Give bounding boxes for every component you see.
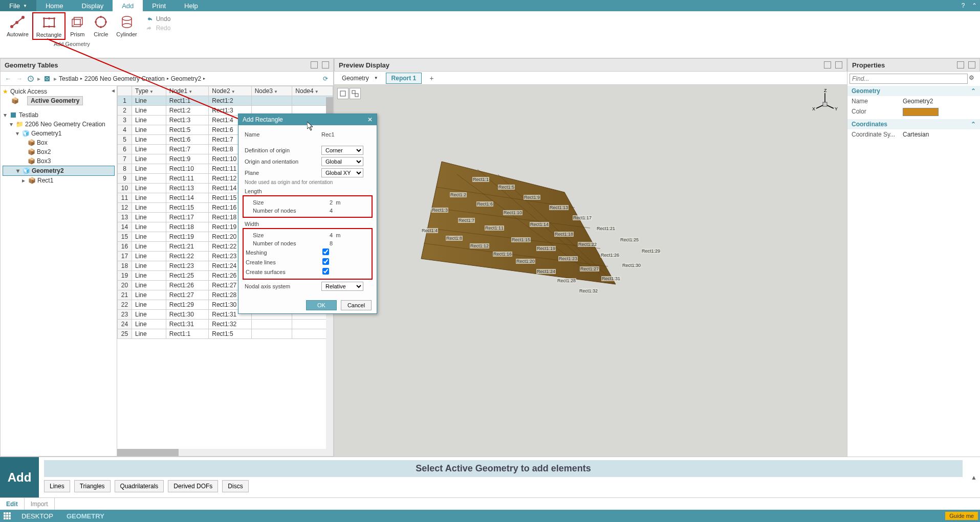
svg-rect-4 — [44, 18, 54, 27]
gear-icon[interactable]: ⚙ — [969, 74, 978, 83]
tree-geometry2[interactable]: ▾🧊Geometry2 — [3, 166, 115, 176]
dialog-titlebar[interactable]: Add Rectangle ✕ — [238, 114, 377, 125]
ribbon-rectangle[interactable]: Rectangle — [32, 12, 66, 40]
tree-box[interactable]: 📦Box — [3, 138, 115, 147]
prop-coordsys-value[interactable]: Cartesian — [903, 131, 976, 138]
plane-select[interactable]: Global XY — [321, 168, 363, 177]
refresh-icon[interactable]: ⟳ — [321, 74, 330, 83]
svg-point-1 — [10, 25, 13, 28]
redo-button[interactable]: Redo — [146, 25, 171, 32]
table-scrollbar-h[interactable] — [117, 449, 326, 456]
crumb-geometry[interactable]: Geometry2▸ — [171, 75, 205, 82]
def-origin-select[interactable]: Corner — [321, 146, 363, 155]
layout-single-icon[interactable] — [835, 61, 842, 69]
guide-me-button[interactable]: Guide me — [945, 512, 978, 520]
nav-back-icon[interactable]: ← — [4, 74, 13, 83]
lines-button[interactable]: Lines — [44, 480, 70, 492]
quick-access[interactable]: Quick Access — [10, 88, 47, 95]
close-icon[interactable]: ✕ — [367, 116, 373, 123]
menu-home[interactable]: Home — [36, 0, 73, 11]
meshing-checkbox[interactable] — [322, 248, 329, 255]
ribbon-prism[interactable]: Prism — [66, 12, 89, 40]
tree-geometry1[interactable]: ▾🧊Geometry1 — [3, 129, 115, 138]
bottom-tab-import[interactable]: Import — [25, 498, 55, 510]
table-row[interactable]: 25LineRect1:1Rect1:5 — [118, 329, 333, 339]
preview-viewport[interactable]: Z Y X Rect1:1Rect1:2Rect1:3Rect1:4Rect1:… — [334, 85, 847, 457]
color-swatch[interactable] — [903, 108, 939, 116]
menu-file[interactable]: File▼ — [0, 0, 36, 11]
menu-add[interactable]: Add — [113, 0, 143, 11]
dialog-note: Node used as origin and for orientation — [245, 179, 371, 185]
undo-button[interactable]: Undo — [146, 15, 171, 22]
tree-box3[interactable]: 📦Box3 — [3, 156, 115, 166]
nav-history-icon[interactable] — [26, 74, 35, 83]
node-label: Rect1:24 — [536, 269, 556, 274]
menu-print[interactable]: Print — [143, 0, 175, 11]
root-icon[interactable] — [42, 74, 52, 83]
col-node3[interactable]: Node3▼ — [251, 86, 292, 96]
node-label: Rect1:13 — [549, 205, 569, 210]
menu-display[interactable]: Display — [73, 0, 113, 11]
col-type[interactable]: Type▼ — [132, 86, 166, 96]
table-row[interactable]: 1LineRect1:1Rect1:2 — [118, 96, 333, 106]
dialog-name-value[interactable]: Rec1 — [321, 131, 371, 138]
width-size-value[interactable]: 4 — [330, 232, 333, 238]
tab-report1[interactable]: Report 1 — [386, 73, 422, 84]
properties-find-input[interactable] — [850, 74, 968, 84]
triangles-button[interactable]: Triangles — [74, 480, 111, 492]
tree-rect1[interactable]: ▸📦Rect1 — [3, 176, 115, 185]
svg-point-17 — [96, 17, 106, 27]
layout-split-icon[interactable] — [957, 61, 964, 69]
apps-grid-icon[interactable] — [2, 511, 12, 521]
tree-collapse-icon[interactable]: ◂ — [112, 87, 115, 94]
layout-split-icon[interactable] — [311, 61, 318, 69]
orientation-select[interactable]: Global — [321, 157, 363, 166]
section-geometry[interactable]: Geometry⌃ — [847, 86, 980, 96]
table-row[interactable]: 24LineRect1:31Rect1:32 — [118, 320, 333, 329]
length-nodes-value[interactable]: 4 — [330, 208, 369, 214]
help-icon[interactable]: ? — [957, 0, 969, 11]
crumb-testlab[interactable]: Testlab▸ — [59, 75, 82, 82]
tree-root[interactable]: ▾Testlab — [3, 110, 115, 120]
create-surfaces-checkbox[interactable] — [322, 268, 329, 275]
ribbon-cylinder[interactable]: Cylinder — [113, 12, 140, 40]
ok-button[interactable]: OK — [306, 300, 337, 310]
active-geometry[interactable]: Active Geometry — [27, 96, 83, 105]
crumb-project[interactable]: 2206 Neo Geometry Creation▸ — [84, 75, 169, 82]
quadrilaterals-button[interactable]: Quadrilaterals — [115, 480, 164, 492]
tree-project[interactable]: ▾📁2206 Neo Geometry Creation — [3, 120, 115, 129]
node-label: Rect1:20 — [516, 259, 535, 264]
svg-rect-54 — [4, 517, 6, 519]
nav-fwd-icon[interactable]: → — [15, 74, 24, 83]
ribbon-circle[interactable]: Circle — [89, 12, 113, 40]
discs-button[interactable]: Discs — [222, 480, 248, 492]
rectangle-icon — [41, 14, 57, 31]
tree-box2[interactable]: 📦Box2 — [3, 147, 115, 156]
prop-name-value[interactable]: Geometry2 — [903, 98, 976, 105]
col-node4[interactable]: Node4▼ — [292, 86, 333, 96]
derived-dofs-button[interactable]: Derived DOFs — [168, 480, 218, 492]
preview-tool-1[interactable] — [337, 88, 349, 99]
layout-split-icon[interactable] — [824, 61, 831, 69]
col-node1[interactable]: Node1▼ — [166, 86, 208, 96]
collapse-ribbon-icon[interactable]: ⌃ — [969, 0, 980, 11]
layout-single-icon[interactable] — [968, 61, 975, 69]
expand-process-icon[interactable]: ▲ — [968, 457, 980, 497]
create-lines-checkbox[interactable] — [322, 258, 329, 265]
status-desktop[interactable]: DESKTOP — [17, 512, 57, 520]
tab-geometry[interactable]: Geometry▼ — [336, 73, 384, 84]
menu-help[interactable]: Help — [175, 0, 207, 11]
length-size-value[interactable]: 2 — [330, 199, 333, 206]
status-geometry[interactable]: GEOMETRY — [62, 512, 108, 520]
ribbon-autowire[interactable]: Autowire — [3, 12, 32, 40]
width-nodes-value[interactable]: 8 — [330, 240, 369, 246]
cancel-button[interactable]: Cancel — [341, 300, 372, 310]
preview-tool-2[interactable] — [350, 88, 361, 99]
bottom-tab-edit[interactable]: Edit — [0, 498, 25, 510]
add-tab[interactable]: + — [424, 72, 439, 84]
svg-rect-55 — [6, 517, 8, 519]
section-coordinates[interactable]: Coordinates⌃ — [847, 119, 980, 129]
col-node2[interactable]: Node2▼ — [209, 86, 251, 96]
nodal-axis-select[interactable]: Relative — [321, 282, 363, 291]
layout-single-icon[interactable] — [322, 61, 329, 69]
